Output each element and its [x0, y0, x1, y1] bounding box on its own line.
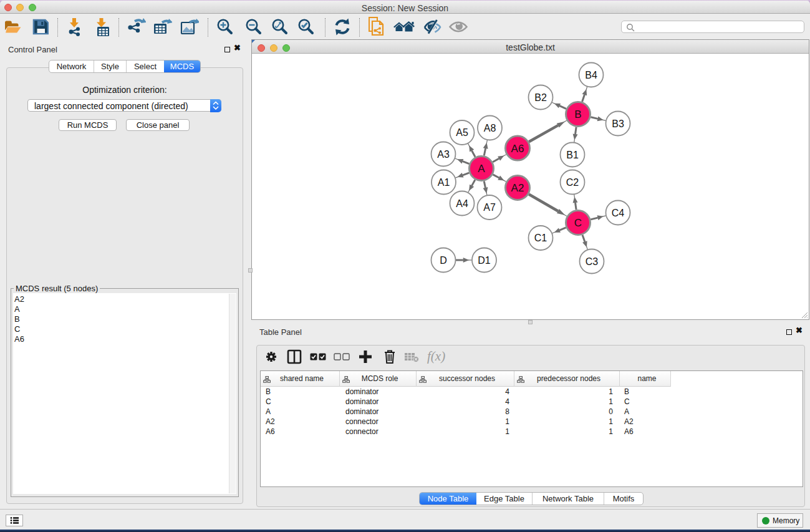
svg-text:B: B: [574, 109, 581, 120]
svg-text:D: D: [440, 255, 447, 266]
svg-text:C: C: [574, 217, 582, 229]
svg-text:B3: B3: [612, 118, 624, 129]
svg-text:A5: A5: [456, 127, 468, 138]
svg-text:C3: C3: [586, 256, 599, 267]
svg-text:C1: C1: [534, 233, 547, 243]
svg-text:D1: D1: [478, 255, 491, 266]
svg-text:A8: A8: [484, 123, 496, 133]
svg-text:C2: C2: [566, 177, 579, 188]
svg-text:A7: A7: [483, 202, 496, 213]
svg-text:A: A: [478, 163, 485, 175]
svg-text:B2: B2: [534, 92, 547, 103]
svg-text:C4: C4: [612, 208, 625, 218]
svg-text:A2: A2: [511, 182, 524, 194]
svg-text:A1: A1: [438, 177, 450, 188]
svg-text:A3: A3: [437, 149, 450, 160]
svg-text:B1: B1: [566, 150, 579, 160]
svg-text:A6: A6: [511, 143, 524, 155]
svg-text:B4: B4: [585, 70, 597, 80]
svg-text:A4: A4: [456, 198, 468, 209]
